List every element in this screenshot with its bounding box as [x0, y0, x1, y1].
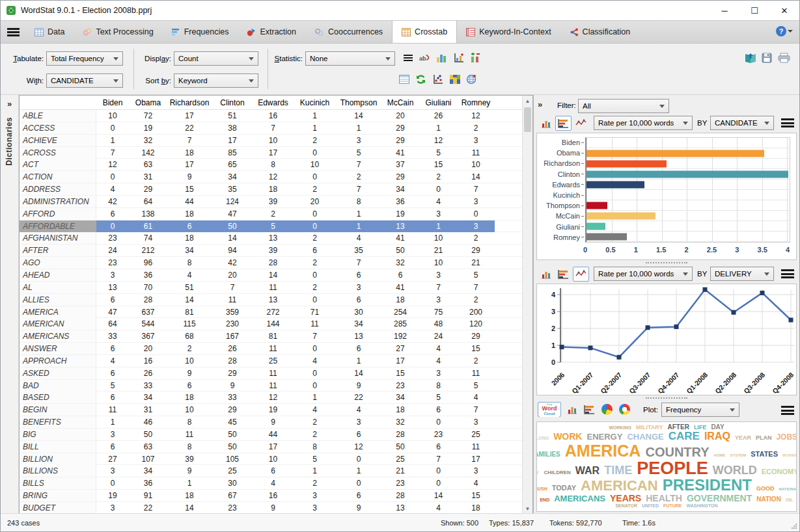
- cloud-word[interactable]: AMERICANS: [554, 494, 605, 503]
- column-header[interactable]: Obama: [129, 98, 167, 107]
- table-row[interactable]: ADMINISTRATION426444124392083643: [20, 196, 522, 208]
- cloud-word[interactable]: UNITED: [642, 503, 659, 508]
- column-header[interactable]: Edwards: [253, 98, 293, 107]
- add-remove-columns-button[interactable]: [469, 52, 482, 64]
- with-select[interactable]: CANDIDATE: [46, 73, 123, 88]
- table-row[interactable]: BUDGET322142393913418: [20, 502, 522, 514]
- cloud-word[interactable]: NATIONAL: [779, 487, 797, 491]
- cloud-word[interactable]: COUNTRY: [645, 446, 709, 459]
- table-row[interactable]: BILL6638501781250611: [20, 441, 522, 453]
- cloud-word[interactable]: AMERICAN: [581, 479, 658, 494]
- vertical-bar-chart-button[interactable]: [564, 402, 580, 417]
- scroll-up-icon[interactable]: ▲: [523, 96, 532, 106]
- table-row[interactable]: AL137051711234177: [20, 282, 522, 294]
- scroll-down-icon[interactable]: ▼: [523, 503, 532, 514]
- cloud-word[interactable]: CHILDREN: [544, 470, 570, 475]
- column-header[interactable]: Kucinich: [293, 98, 337, 107]
- vertical-bar-chart-button[interactable]: [538, 116, 554, 131]
- panel-splitter[interactable]: [534, 260, 799, 265]
- cloud-word[interactable]: AMERICA: [565, 442, 641, 459]
- table-row[interactable]: AMERICAN64544115230144113428548120: [20, 318, 522, 330]
- bar-measure-select[interactable]: Rate per 10,000 words: [594, 116, 693, 130]
- panel-splitter[interactable]: [534, 395, 799, 401]
- cloud-word[interactable]: END: [540, 498, 549, 502]
- table-row[interactable]: APPROACH416102825411742: [20, 355, 522, 367]
- table-row[interactable]: BILLIONS3349256112103: [20, 465, 522, 477]
- line-chart-button[interactable]: [573, 116, 589, 131]
- donut-chart-button[interactable]: [616, 402, 633, 417]
- cloud-word[interactable]: ECONOMY: [762, 468, 797, 475]
- tab-keyword-in-context[interactable]: Keyword-In-Context: [457, 21, 560, 43]
- cloud-word[interactable]: CARE: [669, 431, 700, 442]
- print-button[interactable]: [778, 52, 790, 64]
- resize-grip[interactable]: [791, 523, 797, 529]
- bar[interactable]: [586, 222, 605, 230]
- cloud-word[interactable]: DAY: [711, 424, 724, 431]
- table-row[interactable]: BILLION2710739105105025717: [20, 453, 522, 466]
- table-row[interactable]: ABLE1072175116114202612: [20, 110, 522, 122]
- filter-select[interactable]: All: [578, 99, 669, 113]
- cloud-word[interactable]: WORKERS: [782, 453, 797, 457]
- expand-dictionaries-button[interactable]: »: [1, 95, 18, 109]
- horizontal-bar-chart-button[interactable]: [581, 402, 598, 417]
- table-row[interactable]: AFFORDABLE0616505011313: [20, 220, 522, 233]
- plot-select[interactable]: Frequency: [661, 403, 739, 417]
- sort-by-select[interactable]: Keyword: [174, 73, 258, 88]
- cloud-word[interactable]: NATION: [756, 496, 781, 503]
- save-button[interactable]: [761, 52, 773, 64]
- tab-extraction[interactable]: Extraction: [238, 21, 305, 43]
- table-row[interactable]: AFFORD613818472011930: [20, 208, 522, 220]
- cloud-word[interactable]: YEAR: [735, 435, 751, 441]
- cloud-word[interactable]: WASHINGTON: [686, 503, 717, 508]
- bar-by-select[interactable]: CANDIDATE: [710, 116, 774, 130]
- column-header[interactable]: Richardson: [167, 98, 212, 107]
- expand-panel-button[interactable]: »: [538, 100, 542, 109]
- tab-classification[interactable]: Classification: [560, 21, 640, 43]
- column-header[interactable]: Biden: [96, 98, 129, 107]
- pie-chart-button[interactable]: [599, 402, 615, 417]
- cloud-word[interactable]: FAMILIES: [536, 451, 560, 458]
- cloud-word[interactable]: LONG: [536, 436, 549, 440]
- cloud-word[interactable]: WORKING: [609, 425, 631, 430]
- cloud-word[interactable]: IRAQ: [704, 431, 730, 442]
- tab-data[interactable]: Data: [25, 21, 74, 43]
- cloud-word[interactable]: WORK: [553, 432, 582, 442]
- cloud-word[interactable]: SENATOR: [615, 503, 637, 508]
- line-chart-button[interactable]: [573, 267, 589, 282]
- maximize-button[interactable]: ☐: [739, 1, 769, 20]
- bar-chart-menu-button[interactable]: [781, 118, 794, 127]
- display-select[interactable]: Count: [174, 51, 258, 66]
- table-row[interactable]: AFGHANISTAN23741814132441102: [20, 232, 522, 245]
- statistic-select[interactable]: None: [305, 51, 395, 66]
- column-header[interactable]: Clinton: [212, 98, 253, 107]
- tabulate-select[interactable]: Total Frequency: [46, 51, 123, 66]
- bar[interactable]: [586, 233, 627, 240]
- table-row[interactable]: AHEAD3364201406635: [20, 269, 522, 282]
- heatmap-button[interactable]: [448, 73, 461, 85]
- cloud-word[interactable]: OIL: [786, 498, 793, 502]
- table-row[interactable]: BILLS0361304202304: [20, 477, 522, 490]
- cloud-word[interactable]: PEOPLE: [637, 459, 708, 477]
- spell-out-button[interactable]: ab: [419, 52, 431, 64]
- tab-cooccurrences[interactable]: Cooccurrences: [305, 21, 392, 43]
- bar[interactable]: [586, 170, 788, 178]
- minimize-button[interactable]: ─: [710, 1, 739, 20]
- table-row[interactable]: BENEFITS1468459233203: [20, 416, 522, 429]
- table-row[interactable]: BAD5336911092385: [20, 380, 522, 392]
- cloud-word[interactable]: YEARS: [610, 494, 641, 503]
- column-header[interactable]: Giuliani: [420, 98, 457, 107]
- table-menu-button[interactable]: [402, 52, 414, 64]
- cloud-word[interactable]: SECURITY: [536, 470, 539, 475]
- table-view-button[interactable]: [398, 73, 410, 85]
- word-cloud-button[interactable]: freqWordCloud: [538, 402, 561, 417]
- cloud-word[interactable]: GOVERNMENT: [687, 494, 752, 503]
- line-measure-select[interactable]: Rate per 10,000 words: [594, 267, 693, 281]
- table-row[interactable]: ACTION031934120229214: [20, 171, 522, 183]
- table-row[interactable]: BASED6341833121223454: [20, 392, 522, 404]
- wordcloud-menu-button[interactable]: [781, 406, 794, 415]
- cloud-word[interactable]: BUSH: [536, 486, 547, 491]
- cloud-word[interactable]: WORLD: [713, 464, 757, 477]
- plot-axes-button[interactable]: [452, 52, 465, 64]
- horizontal-bar-chart-button[interactable]: [555, 267, 572, 282]
- table-row[interactable]: BIG35011504426282325: [20, 429, 522, 441]
